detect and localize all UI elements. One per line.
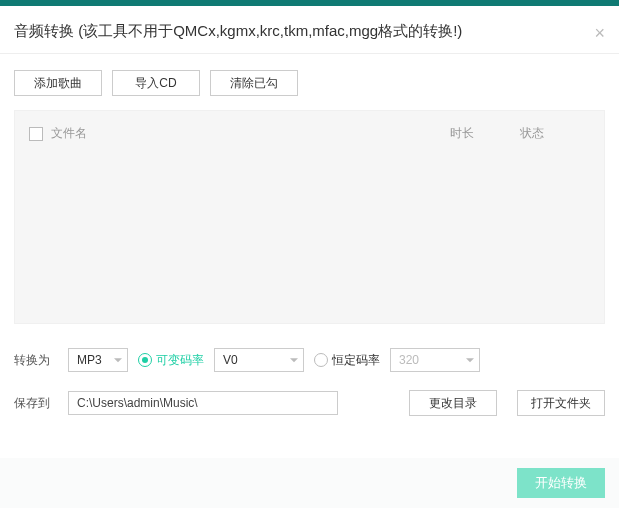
chevron-down-icon — [114, 358, 122, 362]
save-row: 保存到 更改目录 打开文件夹 — [0, 390, 619, 416]
radio-dot-icon — [314, 353, 328, 367]
vbr-select[interactable]: V0 — [214, 348, 304, 372]
chevron-down-icon — [466, 358, 474, 362]
open-folder-button[interactable]: 打开文件夹 — [517, 390, 605, 416]
change-dir-button[interactable]: 更改目录 — [409, 390, 497, 416]
clear-checked-button[interactable]: 清除已勾 — [210, 70, 298, 96]
footer: 开始转换 — [0, 458, 619, 508]
save-path-input[interactable] — [68, 391, 338, 415]
close-icon[interactable]: × — [594, 24, 605, 42]
list-header: 文件名 时长 状态 — [15, 111, 604, 142]
cbr-value: 320 — [399, 353, 419, 367]
format-value: MP3 — [77, 353, 102, 367]
format-select[interactable]: MP3 — [68, 348, 128, 372]
convert-label: 转换为 — [14, 352, 58, 369]
import-cd-button[interactable]: 导入CD — [112, 70, 200, 96]
col-duration: 时长 — [450, 125, 520, 142]
song-list-area: 文件名 时长 状态 — [14, 110, 605, 324]
cbr-select[interactable]: 320 — [390, 348, 480, 372]
start-convert-button[interactable]: 开始转换 — [517, 468, 605, 498]
col-filename: 文件名 — [51, 125, 450, 142]
convert-row: 转换为 MP3 可变码率 V0 恒定码率 320 — [0, 348, 619, 372]
radio-cbr[interactable]: 恒定码率 — [314, 352, 380, 369]
add-songs-button[interactable]: 添加歌曲 — [14, 70, 102, 96]
col-status: 状态 — [520, 125, 590, 142]
dialog-title: 音频转换 (该工具不用于QMCx,kgmx,krc,tkm,mfac,mgg格式… — [14, 22, 605, 41]
radio-dot-icon — [138, 353, 152, 367]
vbr-value: V0 — [223, 353, 238, 367]
select-all-checkbox[interactable] — [29, 127, 43, 141]
radio-cbr-label: 恒定码率 — [332, 352, 380, 369]
save-label: 保存到 — [14, 395, 58, 412]
dialog-header: 音频转换 (该工具不用于QMCx,kgmx,krc,tkm,mfac,mgg格式… — [0, 6, 619, 54]
radio-vbr-label: 可变码率 — [156, 352, 204, 369]
toolbar: 添加歌曲 导入CD 清除已勾 — [0, 54, 619, 110]
chevron-down-icon — [290, 358, 298, 362]
radio-vbr[interactable]: 可变码率 — [138, 352, 204, 369]
